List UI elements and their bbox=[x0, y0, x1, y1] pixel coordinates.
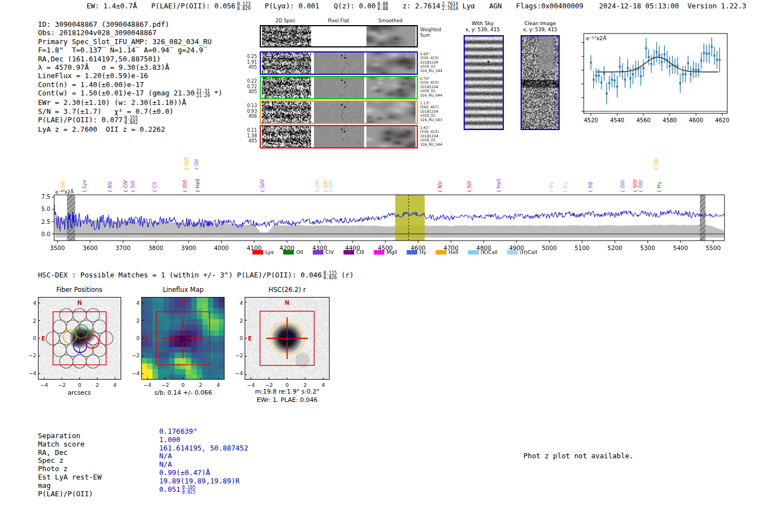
svg-text:4580: 4580 bbox=[662, 117, 676, 123]
cutout-ytick-label: −2 bbox=[233, 352, 243, 358]
info-line-12: LyA z = 2.7600 OII z = 0.2262 bbox=[38, 125, 222, 133]
legend-item-HeII: HeII bbox=[436, 250, 459, 255]
z-uncertainty: 2.76142.7614 bbox=[442, 2, 458, 11]
fit-plot-units-annotation: e⁻¹⁷x2Å bbox=[586, 35, 607, 41]
with-sky-image bbox=[464, 35, 504, 130]
match-table-label-5: Est LyA rest-EW bbox=[38, 473, 102, 482]
cutout-xtick-label: 2 bbox=[199, 382, 202, 388]
cutout-xtick-label: −4 bbox=[40, 382, 48, 388]
header-datetime: 2024-12-18 05:13:00 bbox=[599, 2, 679, 10]
cutout-xtick-label: −2 bbox=[265, 382, 273, 388]
info-line-2: Primary Spec_Slot_IFU_AMP: 326_082_034_R… bbox=[38, 37, 222, 46]
cutout-xtick-label: 4 bbox=[113, 382, 117, 388]
match-table-labels: SeparationMatch scoreRA, DecSpec zPhoto … bbox=[38, 432, 102, 498]
cutout-xtick-label: 2 bbox=[96, 382, 99, 388]
full-spectrum-plot: 3500360037003800390040004100420043004400… bbox=[31, 146, 740, 250]
match-table-value-6: 19.89(19.89,19.89)R bbox=[159, 477, 248, 486]
line-fit-plot: 452045404560458046004620012345e⁻¹⁷x2Å bbox=[581, 25, 743, 131]
weighted-sum-strip bbox=[260, 25, 418, 47]
emission-line-label-SiII-4: { SiII bbox=[130, 181, 136, 193]
info-line-7: Cont(n) = 1.40(±0.00)e-17 bbox=[38, 80, 222, 89]
emission-line-label-Hγ-24: { Hγ bbox=[656, 181, 662, 193]
svg-text:4600: 4600 bbox=[689, 117, 703, 123]
lineflux-map-image bbox=[141, 297, 225, 380]
emission-line-label-SiIV-21: { SiIV bbox=[632, 179, 638, 193]
emission-line-label-Hγ-17: { Hγ bbox=[549, 181, 554, 193]
fiber-row-pixel-flat-image bbox=[314, 126, 364, 147]
legend-swatch bbox=[252, 250, 263, 255]
fiber-row-smoothed-image bbox=[366, 52, 416, 74]
cutout-ytick-label: −4 bbox=[130, 370, 140, 376]
photz-notice: Phot z plot not available. bbox=[523, 452, 633, 460]
emission-line-label-NV-14: { NV bbox=[437, 181, 443, 193]
svg-text:4620: 4620 bbox=[715, 117, 729, 123]
emission-line-label-CIII-23: { CIII bbox=[654, 158, 659, 170]
emission-line-label-SiIV-10: { SiIV bbox=[260, 179, 265, 193]
match-table-uncertainty: 0.1050.025 bbox=[182, 486, 196, 495]
info-line-5: λ = 4570.97Å σ = 9.30(±3.83)Å bbox=[38, 63, 222, 71]
svg-text:3900: 3900 bbox=[181, 245, 196, 250]
header-z: z: 2.76142.76142.7614 Lyα bbox=[402, 2, 475, 10]
fiber-row-left-labels-2: 0.130.93406 bbox=[237, 103, 257, 119]
weighted-smoothed-image bbox=[366, 26, 416, 46]
fiber-row-2d-spec-image bbox=[262, 52, 311, 74]
fiber-row-2d-spec-image bbox=[262, 102, 311, 123]
cutout-xtick-label: 4 bbox=[217, 382, 220, 388]
info-line-4: RA,Dec (161.614197,50.887501) bbox=[38, 55, 222, 63]
info-line-10: S/N = 3.7(±1.7) χ² = 0.7(±0.0) bbox=[38, 107, 222, 116]
emission-line-label-SiIV-7: { SiIV bbox=[184, 157, 189, 170]
match-table-values: 0.176639"1.000161.614195, 50.887452N/AN/… bbox=[159, 428, 248, 495]
match-table-value-4: N/A bbox=[159, 461, 248, 469]
header-agn: AGN bbox=[489, 2, 502, 10]
cutout-ytick-label: 4 bbox=[130, 300, 140, 306]
legend-swatch bbox=[436, 250, 446, 255]
cutout-xtick-label: −4 bbox=[144, 382, 151, 388]
hscdex-uncertainty: 0.1150.026 bbox=[323, 271, 337, 280]
cutout-xtick-label: −4 bbox=[247, 382, 255, 388]
emission-line-label-OIII-20: { OIII bbox=[620, 180, 626, 193]
cutout-ytick-label: −4 bbox=[26, 370, 36, 376]
info-line-6: LineFlux = 1.20(±0.59)e-16 bbox=[38, 71, 222, 80]
svg-text:5400: 5400 bbox=[673, 245, 688, 250]
qz-uncertainty: 0.000.00 bbox=[378, 2, 388, 11]
cutout-xtick-label: 4 bbox=[322, 382, 325, 388]
legend-swatch bbox=[344, 250, 354, 255]
info-line-1: Obs: 20181204v028_3090048867 bbox=[38, 28, 222, 37]
svg-text:3800: 3800 bbox=[149, 245, 164, 250]
emission-line-label-OIII-22: { OIII bbox=[638, 180, 643, 193]
info-line-8: Cont(w) = 1.50(±0.01)e-17 (gmag 21.3021.… bbox=[38, 89, 222, 98]
fiber-row-right-labels-1: 0.79"(539, 415)20181204v028_02326_RU_044 bbox=[420, 77, 464, 98]
emission-line-label-OII-8: { OII bbox=[194, 159, 199, 170]
svg-text:3600: 3600 bbox=[83, 245, 98, 250]
legend-item-MgII: MgII bbox=[374, 250, 397, 255]
clean-image-title: Clean Imagex, y: 539, 415 bbox=[523, 21, 557, 33]
match-table-value-0: 0.176639" bbox=[159, 428, 248, 436]
svg-text:4540: 4540 bbox=[610, 117, 624, 123]
cutout-xtick-label: −2 bbox=[161, 382, 169, 388]
legend-swatch bbox=[283, 250, 294, 255]
match-table-value-1: 1.000 bbox=[159, 436, 248, 444]
cutout-ytick-label: −4 bbox=[233, 370, 243, 376]
cutout-xtick-label: −2 bbox=[58, 382, 66, 388]
header-plae: P(LAE)/P(OII): 0.0560.1230.029 bbox=[151, 2, 251, 10]
cutout-ytick-label: 4 bbox=[233, 300, 243, 306]
svg-text:5300: 5300 bbox=[640, 245, 655, 250]
fiber-row-pixel-flat-image bbox=[314, 52, 364, 74]
info-line-3: F=1.8" T=0.13̅7̅ N=1.14̅ A=0.94̅ g=24.9̅ bbox=[38, 46, 222, 54]
lineflux-map-title: Lineflux Map bbox=[163, 286, 203, 294]
fiber-row-2d-spec-image bbox=[262, 126, 311, 147]
legend-item-Hγ: Hγ bbox=[407, 250, 426, 255]
info-line-9: EWr = 2.30(±1.10) (w: 2.30(±1.10))Å bbox=[38, 98, 222, 107]
plae-uncertainty: 0.1230.029 bbox=[237, 2, 250, 11]
emission-line-label-OIII-11: { OIII bbox=[314, 180, 320, 193]
emission-line-label-CIV-3: { CIV bbox=[123, 180, 128, 193]
legend-item-(H)CaII: (H)CaII bbox=[507, 250, 537, 255]
svg-text:7.5: 7.5 bbox=[41, 194, 50, 200]
fiber-row-smoothed-image bbox=[366, 77, 416, 98]
emission-line-label-Hγ-18: { Hγ bbox=[562, 181, 568, 193]
legend-item-CIII: CIII bbox=[344, 250, 364, 255]
lineflux-map-xlabel: s/b: 0.14 +/- 0.066 bbox=[154, 389, 212, 396]
svg-text:5.0: 5.0 bbox=[41, 206, 50, 212]
legend-swatch bbox=[507, 250, 518, 255]
svg-text:5500: 5500 bbox=[706, 245, 721, 250]
